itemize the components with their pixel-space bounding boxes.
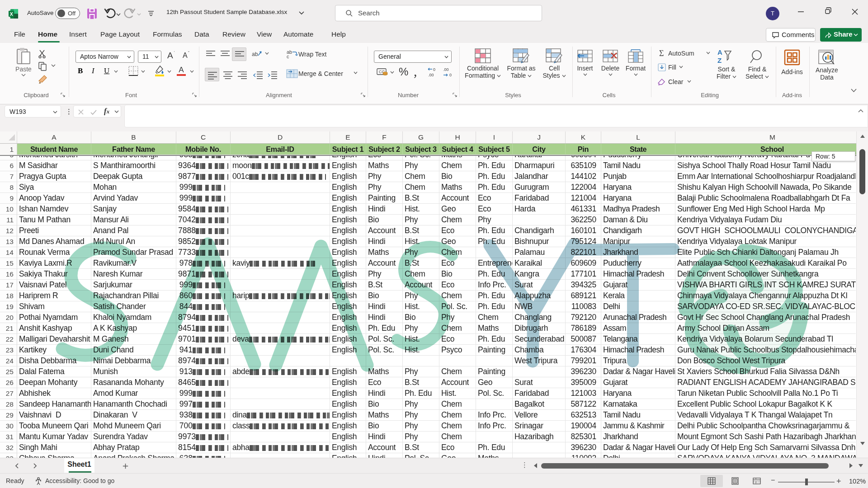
svg-text:ab: ab — [252, 51, 258, 57]
svg-text:X: X — [10, 11, 13, 17]
svg-text:Σ: Σ — [659, 49, 664, 58]
svg-text:c: c — [287, 54, 289, 59]
svg-text:.00: .00 — [443, 67, 449, 72]
svg-text:Z: Z — [717, 56, 722, 64]
svg-text:.00: .00 — [428, 73, 434, 77]
svg-text:0: 0 — [449, 73, 452, 77]
svg-text:A: A — [179, 66, 184, 74]
svg-text:0: 0 — [433, 67, 435, 72]
svg-text:A: A — [717, 48, 722, 56]
